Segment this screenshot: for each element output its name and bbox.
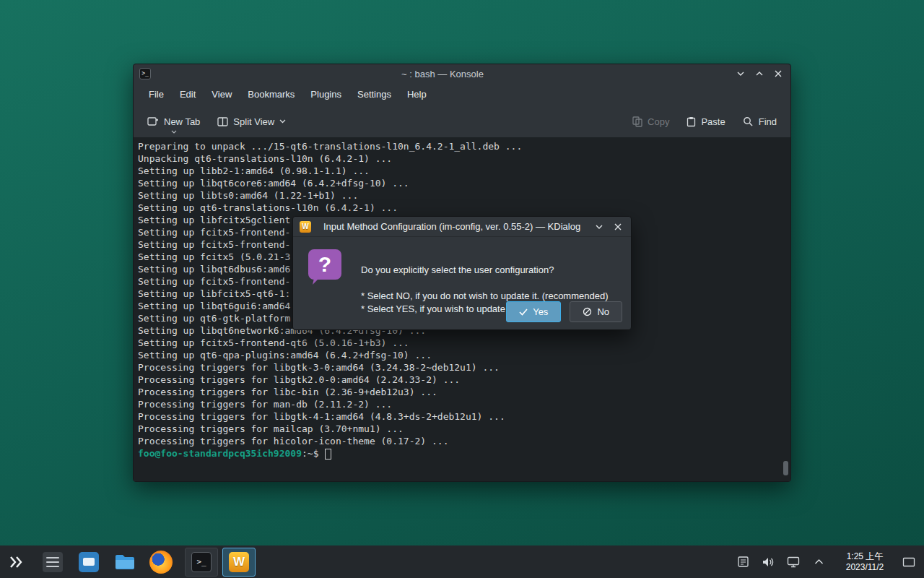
menu-plugins[interactable]: Plugins (302, 85, 349, 103)
clock[interactable]: 1:25 上午 2023/11/2 (837, 551, 892, 573)
show-desktop-button[interactable] (901, 554, 917, 570)
yes-button[interactable]: Yes (506, 301, 561, 322)
chevron-down-icon (736, 69, 745, 78)
konsole-icon: >_ (191, 552, 212, 572)
kdialog-body: ? Do you explicitly select the user conf… (293, 237, 631, 330)
volume-icon (762, 556, 775, 568)
terminal-line: Processing triggers for libgtk-3-0:amd64… (138, 361, 790, 374)
menu-help[interactable]: Help (399, 85, 435, 103)
split-view-button[interactable]: Split View (211, 111, 292, 132)
terminal-line: Preparing to unpack .../15-qt6-translati… (138, 140, 790, 152)
split-view-label: Split View (233, 116, 274, 127)
close-button[interactable] (772, 67, 785, 80)
menu-view[interactable]: View (204, 85, 240, 103)
new-tab-icon (147, 116, 159, 126)
find-button[interactable]: Find (736, 111, 783, 132)
tray-notifications[interactable] (736, 555, 750, 569)
copy-icon (632, 116, 642, 127)
taskbar-entry-konsole[interactable]: >_ (185, 548, 218, 577)
paste-icon (687, 116, 696, 127)
kdialog-window: W Input Method Configuration (im-config,… (292, 216, 632, 330)
settings-sliders-icon (43, 552, 63, 572)
terminal-cursor (325, 449, 331, 460)
clipboard-icon (737, 556, 749, 568)
kdialog-close-button[interactable] (611, 220, 624, 233)
input-method-icon (79, 552, 99, 572)
kdialog-menu-button[interactable] (593, 220, 606, 233)
chevron-up-icon (814, 558, 824, 565)
tray-volume[interactable] (761, 555, 775, 569)
window-title: ~ : bash — Konsole (157, 69, 728, 79)
question-icon: ? (308, 249, 341, 280)
menu-bookmarks[interactable]: Bookmarks (240, 85, 302, 103)
paste-button[interactable]: Paste (680, 111, 731, 132)
menu-settings[interactable]: Settings (349, 85, 399, 103)
launcher-tweaks[interactable] (40, 548, 65, 576)
kdialog-titlebar[interactable]: W Input Method Configuration (im-config,… (293, 217, 631, 237)
dialog-hint-yes: * Select YES, if you wish to update it. (361, 303, 515, 314)
terminal-line: Setting up libts0:amd64 (1.22-1+b1) ... (138, 189, 790, 202)
launcher-firefox[interactable] (149, 548, 173, 576)
chevron-down-icon (279, 119, 286, 124)
terminal-line: Processing triggers for libgtk-4-1:amd64… (138, 410, 790, 423)
question-icon-tail (313, 278, 319, 285)
close-icon (774, 69, 783, 78)
dialog-hint-no: * Select NO, if you do not wish to updat… (361, 290, 609, 301)
chevron-up-icon (755, 69, 764, 78)
chevron-down-icon (171, 130, 177, 134)
titlebar[interactable]: >_ ~ : bash — Konsole (134, 64, 790, 83)
maximize-button[interactable] (753, 67, 766, 80)
kdialog-title: Input Method Configuration (im-config, v… (317, 221, 587, 232)
launcher-icon (9, 555, 25, 569)
terminal-line: Processing triggers for mailcap (3.70+nm… (138, 423, 790, 435)
launcher-input-method[interactable] (77, 548, 101, 576)
clock-date: 2023/11/2 (837, 562, 892, 573)
terminal-line: Setting up qt6-qpa-plugins:amd64 (6.4.2+… (138, 349, 790, 361)
new-tab-label: New Tab (164, 116, 200, 127)
no-button[interactable]: No (570, 301, 622, 322)
terminal-line: Setting up libb2-1:amd64 (0.98.1-1.1) ..… (138, 165, 790, 177)
menu-edit[interactable]: Edit (172, 85, 204, 103)
im-config-app-icon: W (229, 552, 249, 572)
dialog-question-text: Do you explicitly select the user config… (361, 264, 554, 275)
folder-icon (114, 553, 136, 571)
taskbar: >_ W 1:25 上午 2023/11/2 (0, 545, 924, 578)
find-label: Find (759, 116, 777, 127)
dialog-buttons: Yes No (506, 301, 622, 322)
launcher-file-manager[interactable] (113, 548, 137, 576)
prompt-suffix: :~$ (302, 448, 318, 459)
terminal-line: Unpacking qt6-translations-l10n (6.4.2-1… (138, 152, 790, 165)
checkmark-icon (519, 309, 528, 316)
show-desktop-icon (902, 556, 915, 568)
split-view-icon (217, 117, 228, 126)
clock-time: 1:25 上午 (837, 551, 892, 562)
tray-display[interactable] (786, 555, 801, 569)
system-tray (736, 555, 826, 569)
copy-label: Copy (648, 116, 669, 127)
chevron-down-icon (595, 223, 603, 231)
tray-expand[interactable] (811, 555, 826, 569)
terminal-prompt-line: foo@foo-standardpcq35ich92009:~$ (138, 447, 790, 460)
terminal-scrollbar[interactable] (783, 461, 788, 475)
terminal-line: Processing triggers for libc-bin (2.36-9… (138, 386, 790, 398)
terminal-line: Processing triggers for libgtk2.0-0:amd6… (138, 374, 790, 386)
new-tab-button[interactable]: New Tab (141, 111, 206, 132)
close-icon (614, 223, 622, 231)
paste-label: Paste (701, 116, 725, 127)
terminal-line: Processing triggers for man-db (2.11.2-2… (138, 398, 790, 410)
terminal-line: Setting up fcitx5-frontend-qt6 (5.0.16-1… (138, 337, 790, 349)
taskbar-entry-kdialog[interactable]: W (222, 548, 256, 577)
minimize-button[interactable] (734, 67, 747, 80)
deny-icon (583, 307, 592, 316)
im-config-app-icon: W (300, 221, 311, 233)
toolbar: New Tab Split View Copy Paste (134, 105, 790, 137)
terminal-line: Processing triggers for hicolor-icon-the… (138, 435, 790, 447)
menubar: File Edit View Bookmarks Plugins Setting… (134, 83, 790, 105)
menu-file[interactable]: File (141, 85, 172, 103)
copy-button[interactable]: Copy (626, 111, 676, 132)
search-icon (743, 116, 754, 127)
konsole-app-icon: >_ (139, 68, 151, 79)
app-launcher-button[interactable] (4, 548, 29, 576)
prompt-user-host: foo@foo-standardpcq35ich92009 (138, 448, 302, 459)
terminal-line: Setting up libqt6core6:amd64 (6.4.2+dfsg… (138, 177, 790, 189)
